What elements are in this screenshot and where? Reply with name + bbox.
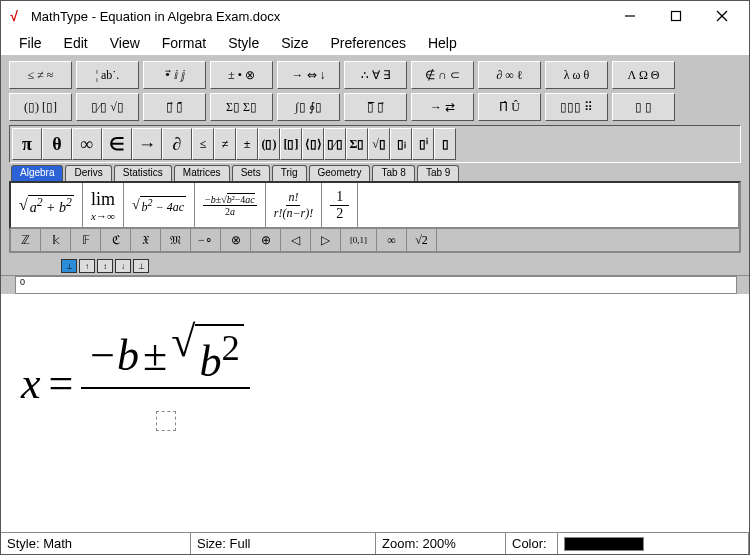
palette-products[interactable]: Π̂ Û: [478, 93, 541, 121]
palette-operators[interactable]: ± • ⊗: [210, 61, 273, 89]
palette-matrices[interactable]: ▯▯▯ ⠿: [545, 93, 608, 121]
palette-subscript[interactable]: ▯⃗ ▯̄: [143, 93, 206, 121]
tab-algebra[interactable]: Algebra: [11, 165, 63, 181]
sym-f[interactable]: 𝔽: [71, 229, 101, 251]
sym-leq[interactable]: ≤: [192, 128, 214, 160]
ruler[interactable]: 0: [15, 276, 737, 294]
status-color-label: Color:: [506, 533, 558, 554]
sym-z[interactable]: ℤ: [11, 229, 41, 251]
tab-matrices[interactable]: Matrices: [174, 165, 230, 181]
template-combination[interactable]: n!r!(n−r)!: [266, 183, 322, 227]
status-size[interactable]: Size: Full: [191, 533, 376, 554]
palette-spaces[interactable]: ¦ ab˙.: [76, 61, 139, 89]
sym-tensor[interactable]: ⊗: [221, 229, 251, 251]
close-button[interactable]: [699, 2, 745, 30]
tab-9[interactable]: Tab 9: [417, 165, 459, 181]
nav-buttons: ⊥ ↑ ↕ ↓ ⊥: [1, 257, 749, 275]
sym-pi[interactable]: π: [12, 128, 42, 160]
menu-style[interactable]: Style: [218, 33, 269, 53]
nav-updown-icon[interactable]: ↕: [97, 259, 113, 273]
template-half[interactable]: 12: [322, 183, 358, 227]
template-bar: √a2 + b2 limx→∞ √b2 − 4ac −b±√b²−4ac2a n…: [9, 181, 741, 229]
palette-labeled-arrows[interactable]: → ⇄: [411, 93, 474, 121]
status-style[interactable]: Style: Math: [1, 533, 191, 554]
palette-fences[interactable]: (▯) [▯]: [9, 93, 72, 121]
palette-summation[interactable]: Σ▯ Σ▯: [210, 93, 273, 121]
sym-sup[interactable]: ▯ⁱ: [412, 128, 434, 160]
sym-m[interactable]: 𝔐: [161, 229, 191, 251]
sym-k[interactable]: 𝕜: [41, 229, 71, 251]
sym-theta[interactable]: θ: [42, 128, 72, 160]
template-pythagoras[interactable]: √a2 + b2: [11, 183, 83, 227]
palette-set-theory[interactable]: ∉ ∩ ⊂: [411, 61, 474, 89]
palette-bars[interactable]: ▯̅ ▯⃗: [344, 93, 407, 121]
sym-partial[interactable]: ∂: [162, 128, 192, 160]
sym-box[interactable]: ▯: [434, 128, 456, 160]
palette-integrals[interactable]: ∫▯ ∮▯: [277, 93, 340, 121]
sym-compose[interactable]: −∘: [191, 229, 221, 251]
sym-sqrt2[interactable]: √2: [407, 229, 437, 251]
palette-greek-upper[interactable]: Λ Ω Θ: [612, 61, 675, 89]
sym-element[interactable]: ∈: [102, 128, 132, 160]
status-zoom[interactable]: Zoom: 200%: [376, 533, 506, 554]
tab-statistics[interactable]: Statistics: [114, 165, 172, 181]
palette-boxes[interactable]: ▯ ▯: [612, 93, 675, 121]
sym-interval[interactable]: [0,1]: [341, 229, 377, 251]
menu-edit[interactable]: Edit: [54, 33, 98, 53]
palette-misc[interactable]: ∂ ∞ ℓ: [478, 61, 541, 89]
sym-angles[interactable]: ⟨▯⟩: [302, 128, 324, 160]
sym-infinity2[interactable]: ∞: [377, 229, 407, 251]
menu-file[interactable]: File: [9, 33, 52, 53]
template-quadratic[interactable]: −b±√b²−4ac2a: [195, 183, 266, 227]
eq-b: b: [199, 337, 221, 386]
menu-help[interactable]: Help: [418, 33, 467, 53]
template-empty[interactable]: [358, 183, 739, 227]
tab-sets[interactable]: Sets: [232, 165, 270, 181]
palette-greek-lower[interactable]: λ ω θ: [545, 61, 608, 89]
sym-sqrt[interactable]: √▯: [368, 128, 390, 160]
palette-logical[interactable]: ∴ ∀ ∃: [344, 61, 407, 89]
sym-neq[interactable]: ≠: [214, 128, 236, 160]
symbol-toolbox: ≤ ≠ ≈ ¦ ab˙. •⃗ ⅈ ⅉ ± • ⊗ → ⇔ ↓ ∴ ∀ ∃ ∉ …: [1, 55, 749, 257]
menu-preferences[interactable]: Preferences: [320, 33, 415, 53]
palette-arrows[interactable]: → ⇔ ↓: [277, 61, 340, 89]
equation-editor[interactable]: x = −b ± √ b2: [1, 294, 749, 532]
sym-triangleleft[interactable]: ◁: [281, 229, 311, 251]
status-color[interactable]: [558, 533, 749, 554]
tab-trig[interactable]: Trig: [272, 165, 307, 181]
maximize-button[interactable]: [653, 2, 699, 30]
eq-denominator[interactable]: [150, 389, 182, 444]
nav-tab-icon[interactable]: ⊥: [61, 259, 77, 273]
title-bar: √ MathType - Equation in Algebra Exam.do…: [1, 1, 749, 31]
spacer: [456, 128, 738, 160]
sym-fraction[interactable]: ▯⁄▯: [324, 128, 346, 160]
minimize-button[interactable]: [607, 2, 653, 30]
menu-format[interactable]: Format: [152, 33, 216, 53]
sym-infinity[interactable]: ∞: [72, 128, 102, 160]
sym-oplus[interactable]: ⊕: [251, 229, 281, 251]
template-discriminant[interactable]: √b2 − 4ac: [124, 183, 195, 227]
tab-derivs[interactable]: Derivs: [65, 165, 111, 181]
sym-x[interactable]: 𝔛: [131, 229, 161, 251]
nav-down-icon[interactable]: ↓: [115, 259, 131, 273]
sym-triangleright[interactable]: ▷: [311, 229, 341, 251]
small-spacer: [437, 229, 739, 251]
sym-pm[interactable]: ±: [236, 128, 258, 160]
sym-arrow[interactable]: →: [132, 128, 162, 160]
eq-lhs: x: [21, 358, 41, 409]
nav-tab2-icon[interactable]: ⊥: [133, 259, 149, 273]
sym-brackets[interactable]: [▯]: [280, 128, 302, 160]
menu-size[interactable]: Size: [271, 33, 318, 53]
sym-sub[interactable]: ▯ᵢ: [390, 128, 412, 160]
tab-8[interactable]: Tab 8: [372, 165, 414, 181]
palette-fractions[interactable]: ▯⁄▯ √▯: [76, 93, 139, 121]
palette-relations[interactable]: ≤ ≠ ≈: [9, 61, 72, 89]
nav-up-icon[interactable]: ↑: [79, 259, 95, 273]
sym-sum[interactable]: Σ▯: [346, 128, 368, 160]
sym-c[interactable]: ℭ: [101, 229, 131, 251]
menu-view[interactable]: View: [100, 33, 150, 53]
tab-geometry[interactable]: Geometry: [309, 165, 371, 181]
sym-parens[interactable]: (▯): [258, 128, 280, 160]
palette-embellish[interactable]: •⃗ ⅈ ⅉ: [143, 61, 206, 89]
template-limit[interactable]: limx→∞: [83, 183, 124, 227]
